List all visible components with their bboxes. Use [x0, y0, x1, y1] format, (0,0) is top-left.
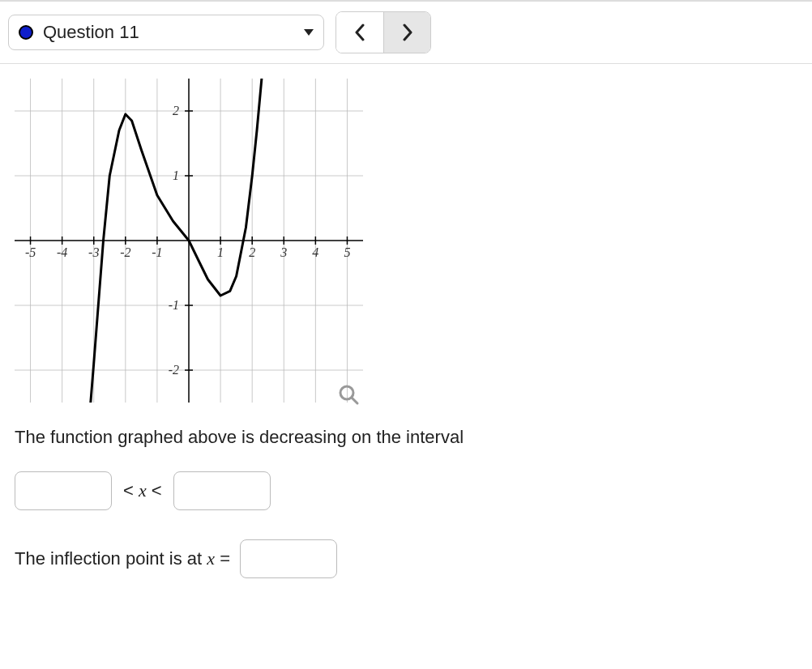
svg-text:-2: -2 — [169, 363, 179, 377]
svg-text:1: 1 — [173, 168, 179, 182]
chevron-right-icon — [402, 23, 413, 41]
graph: -5-4-3-2-112345-2-112 — [15, 79, 363, 403]
question-label: Question 11 — [43, 22, 297, 43]
svg-text:-1: -1 — [152, 245, 162, 259]
toolbar: Question 11 — [0, 1, 812, 64]
interval-answer-row: < x < — [15, 471, 797, 510]
interval-low-input[interactable] — [15, 471, 112, 510]
svg-text:5: 5 — [344, 245, 350, 259]
svg-text:3: 3 — [280, 245, 287, 259]
svg-text:1: 1 — [217, 245, 224, 259]
svg-text:-2: -2 — [120, 245, 130, 259]
svg-text:-4: -4 — [57, 245, 67, 259]
question-selector[interactable]: Question 11 — [8, 15, 324, 50]
inflection-row: The inflection point is at x = — [15, 539, 797, 578]
svg-text:-1: -1 — [169, 298, 179, 312]
content: -5-4-3-2-112345-2-112 The function graph… — [0, 64, 812, 603]
chevron-left-icon — [354, 23, 365, 41]
chevron-down-icon — [304, 29, 314, 36]
svg-text:2: 2 — [249, 245, 255, 259]
function-graph: -5-4-3-2-112345-2-112 — [15, 79, 363, 403]
nav-group — [335, 11, 431, 53]
svg-line-45 — [352, 398, 357, 403]
interval-separator: < x < — [123, 480, 162, 501]
next-button[interactable] — [383, 12, 430, 53]
svg-text:2: 2 — [173, 104, 179, 117]
magnify-icon[interactable] — [337, 383, 360, 406]
prev-button[interactable] — [336, 12, 383, 53]
svg-text:4: 4 — [312, 245, 318, 259]
prompt-decreasing: The function graphed above is decreasing… — [15, 424, 797, 450]
svg-text:-5: -5 — [25, 245, 36, 259]
svg-text:-3: -3 — [88, 245, 99, 259]
status-dot-icon — [19, 25, 33, 40]
interval-high-input[interactable] — [173, 471, 271, 510]
inflection-prompt: The inflection point is at x = — [15, 548, 230, 569]
inflection-input[interactable] — [240, 539, 337, 578]
